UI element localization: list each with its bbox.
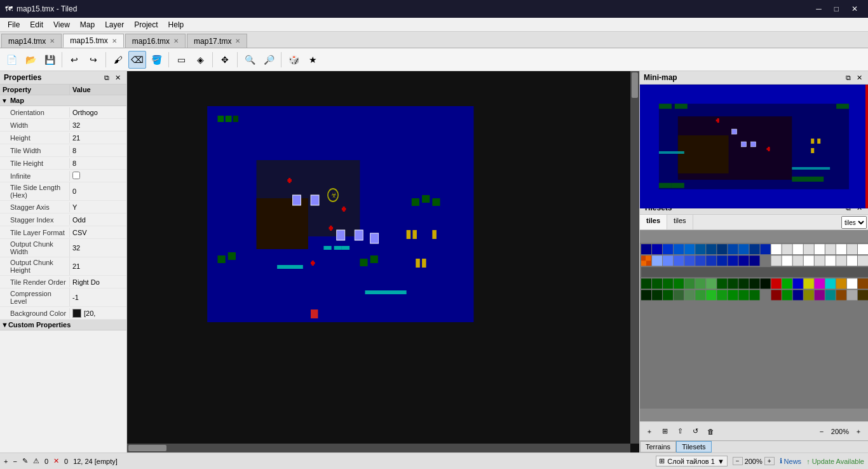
- ts-embed-button[interactable]: ⊞: [658, 425, 672, 438]
- status-edit-prop-button[interactable]: ✎: [22, 457, 28, 465]
- svg-rect-43: [640, 85, 868, 104]
- move-button[interactable]: ✥: [216, 51, 234, 69]
- minimap-close-button[interactable]: ✕: [855, 74, 864, 82]
- tab-close-map14[interactable]: ✕: [50, 37, 55, 44]
- svg-rect-33: [330, 226, 332, 231]
- svg-rect-71: [663, 244, 673, 254]
- undo-button[interactable]: ↩: [65, 51, 83, 69]
- tab-map16[interactable]: map16.tmx ✕: [125, 34, 186, 48]
- zoom-out-button[interactable]: 🔎: [260, 51, 278, 69]
- menu-project[interactable]: Project: [129, 19, 163, 31]
- maximize-button[interactable]: □: [829, 3, 844, 15]
- menu-layer[interactable]: Layer: [100, 19, 129, 31]
- minimap-float-button[interactable]: ⧉: [844, 74, 853, 82]
- close-button[interactable]: ✕: [846, 3, 863, 15]
- tab-map17[interactable]: map17.tmx ✕: [187, 34, 247, 48]
- svg-rect-85: [815, 244, 825, 254]
- svg-rect-49: [659, 104, 672, 109]
- ts-delete-button[interactable]: 🗑: [703, 425, 717, 438]
- stamp-button[interactable]: 🖌: [109, 51, 127, 69]
- svg-rect-127: [793, 278, 803, 289]
- prop-row-stagger-axis: Stagger Axis Y: [0, 201, 126, 214]
- zoom-in-button[interactable]: 🔍: [241, 51, 259, 69]
- status-coords: 12, 24 [empty]: [73, 458, 118, 465]
- section-arrow-custom: ▼: [1, 321, 8, 329]
- v-scroll-thumb[interactable]: [632, 72, 638, 98]
- ts-zoom-in[interactable]: +: [851, 425, 865, 438]
- status-icon-error: ✕: [53, 457, 59, 465]
- ts-add-button[interactable]: +: [642, 425, 656, 438]
- menu-help[interactable]: Help: [163, 19, 189, 31]
- svg-rect-63: [811, 148, 814, 153]
- vertical-scrollbar[interactable]: [630, 71, 639, 444]
- properties-header: Properties ⧉ ✕: [0, 71, 126, 85]
- tileset-tab-0[interactable]: tiles: [640, 215, 667, 229]
- prop-section-custom[interactable]: ▼ Custom Properties: [0, 320, 126, 330]
- svg-rect-67: [865, 85, 868, 208]
- open-button[interactable]: 📂: [22, 51, 39, 69]
- terrains-tab-button[interactable]: Terrains: [640, 441, 676, 452]
- minimap-panel: Mini-map ⧉ ✕: [640, 71, 868, 201]
- svg-rect-86: [825, 244, 836, 254]
- bg-color-swatch[interactable]: [72, 309, 81, 318]
- tilesets-tab-button[interactable]: Tilesets: [676, 441, 712, 452]
- highlight-button[interactable]: ★: [304, 51, 322, 69]
- tileset-content[interactable]: [640, 230, 868, 421]
- tab-close-map16[interactable]: ✕: [173, 37, 179, 44]
- eraser-button[interactable]: ⌫: [128, 51, 146, 69]
- tab-map15[interactable]: map15.tmx ✕: [63, 34, 123, 48]
- new-button[interactable]: 📄: [3, 51, 20, 69]
- h-scroll-thumb[interactable]: [128, 445, 166, 451]
- layer-label: Слой тайлов 1: [667, 458, 715, 465]
- select-magic-button[interactable]: ◈: [191, 51, 209, 69]
- menu-view[interactable]: View: [48, 19, 75, 31]
- minimize-button[interactable]: ─: [811, 3, 827, 15]
- news-badge[interactable]: ℹ News: [780, 457, 802, 465]
- minimap-svg: [640, 85, 868, 208]
- tab-close-map17[interactable]: ✕: [235, 37, 240, 44]
- svg-rect-147: [793, 290, 803, 300]
- save-button[interactable]: 💾: [41, 51, 58, 69]
- status-add-prop-button[interactable]: +: [4, 458, 8, 465]
- horizontal-scrollbar[interactable]: [127, 444, 630, 452]
- prop-row-height: Height 21: [0, 132, 126, 144]
- layer-selector[interactable]: ⊞ Слой тайлов 1 ▼: [656, 456, 728, 466]
- properties-close-button[interactable]: ✕: [113, 74, 123, 82]
- svg-rect-149: [815, 290, 825, 300]
- menu-edit[interactable]: Edit: [25, 19, 48, 31]
- ts-zoom-out[interactable]: −: [815, 425, 829, 438]
- tileset-tab-1[interactable]: tiles: [667, 215, 693, 229]
- svg-rect-125: [771, 278, 782, 289]
- canvas-area[interactable]: ☣: [127, 71, 639, 452]
- fill-button[interactable]: 🪣: [147, 51, 165, 69]
- svg-rect-109: [836, 255, 846, 266]
- 3d-button[interactable]: 🎲: [285, 51, 302, 69]
- prop-section-map[interactable]: ▼ Map: [0, 95, 126, 106]
- svg-rect-54: [792, 177, 824, 182]
- properties-float-button[interactable]: ⧉: [102, 74, 111, 82]
- svg-rect-141: [717, 290, 727, 300]
- svg-rect-128: [804, 278, 814, 289]
- svg-rect-44: [640, 189, 868, 208]
- menu-file[interactable]: File: [3, 19, 25, 31]
- zoom-in-status[interactable]: +: [764, 457, 775, 465]
- svg-rect-35: [312, 261, 314, 266]
- svg-rect-24: [365, 290, 407, 294]
- svg-rect-114: [652, 278, 662, 289]
- infinite-checkbox[interactable]: [72, 172, 80, 179]
- svg-rect-75: [706, 244, 716, 254]
- svg-rect-12: [412, 198, 419, 206]
- menu-map[interactable]: Map: [75, 19, 100, 31]
- update-badge[interactable]: ↑ Update Available: [806, 458, 864, 465]
- status-remove-prop-button[interactable]: −: [13, 458, 17, 465]
- svg-rect-107: [815, 255, 825, 266]
- zoom-out-status[interactable]: −: [733, 457, 743, 465]
- redo-button[interactable]: ↪: [85, 51, 102, 69]
- tileset-select[interactable]: tiles: [841, 216, 867, 229]
- tab-map14[interactable]: map14.tmx ✕: [1, 34, 62, 48]
- ts-export-button[interactable]: ⇧: [673, 425, 687, 438]
- tab-close-map15[interactable]: ✕: [112, 37, 117, 44]
- ts-refresh-button[interactable]: ↺: [688, 425, 702, 438]
- svg-rect-58: [717, 118, 719, 123]
- select-rect-button[interactable]: ▭: [172, 51, 190, 69]
